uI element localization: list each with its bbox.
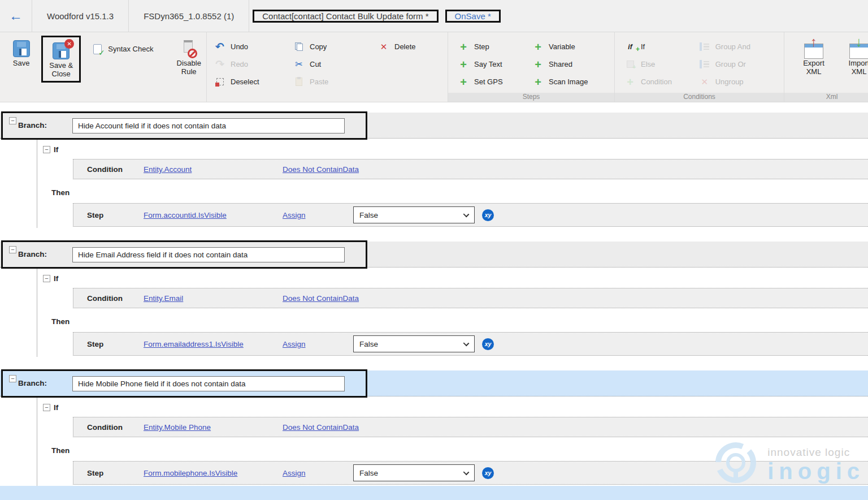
import-xml-label: Import XML xyxy=(843,59,868,76)
plus-icon: + xyxy=(533,59,543,70)
import-xml-button[interactable]: ↓ Import XML xyxy=(843,36,868,76)
plus-icon: + xyxy=(533,76,543,88)
copy-label: Copy xyxy=(310,42,327,51)
disable-rule-icon xyxy=(183,40,195,57)
event-tab-onsave[interactable]: OnSave * xyxy=(445,10,501,23)
group-or-button[interactable]: Group Or xyxy=(697,55,779,73)
condition-operator-link[interactable]: Does Not ContainData xyxy=(283,165,359,174)
branch-section: − Branch: − If Condition Entity.Mobile P… xyxy=(0,370,868,500)
add-else-button[interactable]: + Else xyxy=(623,55,697,73)
condition-field-link[interactable]: Entity.Mobile Phone xyxy=(144,423,211,432)
step-field-link[interactable]: Form.accountid.IsVisible xyxy=(144,211,227,219)
group-label-spacer xyxy=(0,93,206,102)
branch-name-input[interactable] xyxy=(72,118,345,133)
step-action-link[interactable]: Assign xyxy=(283,469,306,477)
collapse-if-icon[interactable]: − xyxy=(43,404,50,411)
branch-name-input[interactable] xyxy=(72,376,345,391)
step-value-dropdown[interactable]: False xyxy=(353,335,475,352)
if-row: − If xyxy=(37,401,868,413)
condition-row[interactable]: Condition Entity.Email Does Not ContainD… xyxy=(73,288,868,308)
group-and-button[interactable]: Group And xyxy=(697,38,779,55)
collapse-branch-icon[interactable]: − xyxy=(9,375,16,382)
redo-button[interactable]: ↷ Redo xyxy=(212,55,292,73)
condition-operator-link[interactable]: Does Not ContainData xyxy=(283,423,359,432)
paste-label: Paste xyxy=(310,77,328,86)
disable-rule-label: Disable Rule xyxy=(176,59,202,76)
step-value-dropdown[interactable]: False xyxy=(353,206,475,223)
branch-section: − Branch: − If Condition Entity.Account … xyxy=(0,113,868,228)
copy-button[interactable]: Copy xyxy=(292,38,358,55)
plus-icon: + xyxy=(458,76,468,88)
add-set-gps-button[interactable]: + Set GPS xyxy=(456,73,531,90)
branch-body: − If Condition Entity.Mobile Phone Does … xyxy=(0,396,868,486)
then-row: Then xyxy=(37,445,868,455)
xy-formula-badge[interactable]: xy xyxy=(482,467,494,479)
step-field-link[interactable]: Form.emailaddress1.IsVisible xyxy=(144,340,244,348)
redo-icon: ↷ xyxy=(215,58,225,71)
solution-label: FSDyn365_1.0.8552 (1) xyxy=(129,0,249,32)
chevron-down-icon xyxy=(463,212,470,218)
copy-icon xyxy=(295,42,303,51)
group-label-spacer xyxy=(207,93,448,102)
xy-formula-badge[interactable]: xy xyxy=(482,338,494,350)
scan-image-label: Scan Image xyxy=(549,77,588,86)
collapse-branch-icon[interactable]: − xyxy=(9,117,16,124)
branch-header-row[interactable]: − Branch: xyxy=(0,242,868,268)
condition-row[interactable]: Condition Entity.Account Does Not Contai… xyxy=(73,159,868,179)
ribbon-group-xml-content: ↑ Export XML ↓ Import XML xyxy=(784,32,868,93)
step-row[interactable]: Step Form.emailaddress1.IsVisible Assign… xyxy=(73,332,868,356)
if-label: If xyxy=(641,42,645,51)
add-variable-button[interactable]: + Variable xyxy=(531,38,610,55)
export-xml-button[interactable]: ↑ Export XML xyxy=(798,36,830,76)
condition-row-label: Condition xyxy=(87,165,144,174)
ribbon-group-conditions-content: if+ If + Else + Condition Group And xyxy=(615,32,784,93)
step-action-link[interactable]: Assign xyxy=(283,211,306,219)
save-button[interactable]: Save xyxy=(8,36,34,68)
collapse-if-icon[interactable]: − xyxy=(43,275,50,282)
delete-button[interactable]: ✕ Delete xyxy=(376,38,443,55)
back-button[interactable]: ← xyxy=(0,0,32,32)
paste-button[interactable]: Paste xyxy=(292,73,358,90)
add-step-label: Step xyxy=(474,42,489,51)
deselect-button[interactable]: Deselect xyxy=(212,73,292,90)
condition-field-link[interactable]: Entity.Email xyxy=(144,294,183,303)
disable-rule-button[interactable]: Disable Rule xyxy=(176,36,202,76)
say-text-label: Say Text xyxy=(474,60,502,68)
then-keyword: Then xyxy=(51,446,70,455)
collapse-if-icon[interactable]: − xyxy=(43,146,50,153)
if-row: − If xyxy=(37,272,868,285)
condition-operator-link[interactable]: Does Not ContainData xyxy=(283,294,359,303)
step-row[interactable]: Step Form.mobilephone.IsVisible Assign F… xyxy=(73,461,868,485)
condition-row[interactable]: Condition Entity.Mobile Phone Does Not C… xyxy=(73,417,868,437)
xy-formula-badge[interactable]: xy xyxy=(482,209,494,221)
add-step-button[interactable]: + Step xyxy=(456,38,531,55)
save-close-button[interactable]: ✕ Save & Close xyxy=(41,36,81,83)
step-row-label: Step xyxy=(87,211,144,219)
branch-header-row[interactable]: − Branch: xyxy=(0,370,868,396)
step-field-link[interactable]: Form.mobilephone.IsVisible xyxy=(144,469,237,477)
add-condition-button[interactable]: + Condition xyxy=(623,73,697,90)
add-scan-image-button[interactable]: + Scan Image xyxy=(531,73,610,90)
add-say-text-button[interactable]: + Say Text xyxy=(456,55,531,73)
branch-header-row[interactable]: − Branch: xyxy=(0,113,868,139)
plus-icon: + xyxy=(625,76,635,88)
condition-field-link[interactable]: Entity.Account xyxy=(144,165,192,174)
delete-icon: ✕ xyxy=(379,42,389,52)
save-close-icon: ✕ xyxy=(53,42,70,59)
save-close-label: Save & Close xyxy=(44,62,78,79)
ungroup-button[interactable]: ✕ Ungroup xyxy=(697,73,779,90)
collapse-branch-icon[interactable]: − xyxy=(9,246,16,253)
add-shared-button[interactable]: + Shared xyxy=(531,55,610,73)
undo-button[interactable]: ↶ Undo xyxy=(212,38,292,55)
add-if-button[interactable]: if+ If xyxy=(623,38,697,55)
plus-icon: + xyxy=(533,41,543,53)
step-action-link[interactable]: Assign xyxy=(283,340,306,348)
branch-name-input[interactable] xyxy=(72,247,345,262)
steps-group-label: Steps xyxy=(448,93,614,102)
syntax-check-button[interactable]: ✓ Syntax Check xyxy=(90,40,155,58)
step-row[interactable]: Step Form.accountid.IsVisible Assign Fal… xyxy=(73,203,868,227)
form-tab[interactable]: Contact[contact] Contact Bulk Update for… xyxy=(253,10,438,23)
branch-indent-guide: − If Condition Entity.Email Does Not Con… xyxy=(37,268,868,357)
cut-button[interactable]: ✂ Cut xyxy=(292,55,358,73)
step-value-dropdown[interactable]: False xyxy=(353,464,475,481)
